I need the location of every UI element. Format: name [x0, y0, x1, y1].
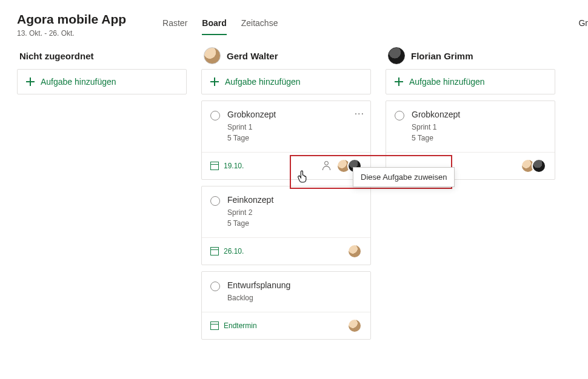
avatar-gerd-walter: [347, 318, 362, 333]
task-card[interactable]: ··· Grobkonzept Sprint 1 5 Tage 19.10.: [201, 101, 371, 180]
plus-icon: [395, 77, 403, 86]
column-gerd-walter: Gerd Walter Aufgabe hinzufügen ··· Grobk…: [201, 47, 371, 346]
add-task-button[interactable]: Aufgabe hinzufügen: [201, 69, 371, 94]
task-date-text: Endtermin: [224, 321, 257, 330]
task-title: Feinkonzept: [227, 195, 362, 205]
avatar-gerd-walter: [347, 244, 362, 259]
task-date[interactable]: 19.10.: [210, 162, 244, 170]
truncated-text: Gr: [578, 18, 588, 28]
title-block: Agora mobile App 13. Okt. - 26. Okt.: [17, 12, 126, 38]
date-range: 13. Okt. - 26. Okt.: [17, 29, 126, 38]
add-task-button[interactable]: Aufgabe hinzufügen: [17, 69, 187, 94]
add-task-label: Aufgabe hinzufügen: [225, 77, 301, 87]
column-unassigned: Nicht zugeordnet Aufgabe hinzufügen: [17, 47, 187, 346]
complete-toggle[interactable]: [210, 282, 220, 291]
task-sprint: Sprint 2: [227, 208, 362, 217]
task-card[interactable]: Feinkonzept Sprint 2 5 Tage 26.10.: [201, 186, 371, 265]
add-task-label: Aufgabe hinzufügen: [41, 77, 116, 87]
header: Agora mobile App 13. Okt. - 26. Okt. Ras…: [0, 0, 588, 38]
task-duration: 5 Tage: [227, 134, 362, 142]
project-title: Agora mobile App: [17, 12, 126, 27]
task-sprint: Backlog: [227, 294, 362, 302]
column-title: Nicht zugeordnet: [19, 51, 94, 61]
tab-timeline[interactable]: Zeitachse: [241, 18, 278, 35]
plus-icon: [26, 77, 35, 86]
avatar-florian-grimm: [388, 47, 405, 64]
task-sprint: Sprint 1: [227, 123, 362, 131]
view-tabs: Raster Board Zeitachse: [162, 12, 278, 35]
task-duration: 5 Tage: [227, 219, 362, 228]
calendar-icon: [210, 162, 219, 170]
complete-toggle[interactable]: [395, 111, 404, 120]
tab-raster[interactable]: Raster: [162, 18, 187, 35]
tab-board[interactable]: Board: [202, 18, 226, 35]
column-header: Nicht zugeordnet: [17, 47, 187, 69]
add-task-button[interactable]: Aufgabe hinzufügen: [386, 69, 555, 94]
assignee-avatars[interactable]: [347, 318, 362, 333]
task-title: Grobkonzept: [412, 110, 546, 119]
calendar-icon: [210, 321, 219, 330]
board: Nicht zugeordnet Aufgabe hinzufügen Gerd…: [0, 38, 588, 355]
task-duration: 5 Tage: [412, 134, 546, 142]
task-sprint: Sprint 1: [412, 123, 546, 131]
column-header: Florian Grimm: [386, 47, 555, 69]
column-header: Gerd Walter: [201, 47, 371, 69]
column-florian-grimm: Florian Grimm Aufgabe hinzufügen Grobkon…: [386, 47, 555, 346]
complete-toggle[interactable]: [210, 111, 220, 120]
assign-person-icon[interactable]: [322, 161, 332, 171]
assignee-avatars[interactable]: [347, 244, 362, 259]
assignee-avatars[interactable]: [521, 159, 546, 173]
assign-task-tooltip: Diese Aufgabe zuweisen: [353, 167, 455, 187]
complete-toggle[interactable]: [210, 196, 220, 206]
task-date-text: 26.10.: [224, 247, 244, 255]
task-title: Grobkonzept: [227, 110, 362, 119]
avatar-gerd-walter: [204, 47, 221, 64]
task-menu-icon[interactable]: ···: [355, 108, 364, 119]
task-date[interactable]: Endtermin: [210, 321, 257, 330]
column-title: Gerd Walter: [227, 51, 278, 61]
task-date-text: 19.10.: [224, 162, 244, 170]
plus-icon: [210, 77, 219, 86]
add-task-label: Aufgabe hinzufügen: [409, 77, 485, 87]
task-title: Entwurfsplanung: [227, 280, 362, 290]
avatar-florian-grimm: [532, 159, 546, 173]
task-date[interactable]: 26.10.: [210, 247, 244, 255]
column-title: Florian Grimm: [411, 51, 473, 61]
calendar-icon: [210, 247, 219, 255]
task-card[interactable]: Entwurfsplanung Backlog Endtermin: [201, 271, 371, 340]
